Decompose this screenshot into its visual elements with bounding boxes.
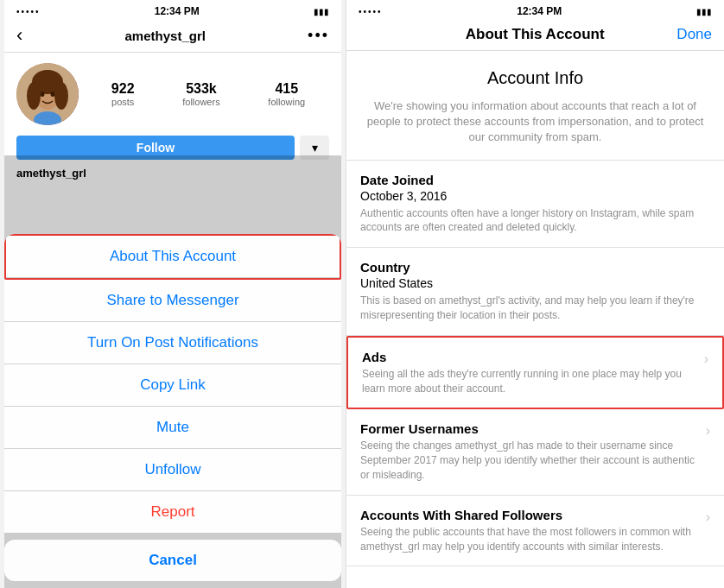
more-options-button[interactable]: ••• bbox=[308, 27, 329, 45]
ads-title: Ads bbox=[362, 350, 697, 364]
right-signal-dots: ••••• bbox=[359, 7, 383, 16]
date-joined-row: Date Joined October 3, 2016 Authentic ac… bbox=[346, 161, 724, 249]
done-button[interactable]: Done bbox=[676, 26, 712, 43]
posts-stat: 922 posts bbox=[111, 81, 135, 107]
account-info-section: Account Info We're showing you informati… bbox=[346, 51, 724, 161]
svg-point-6 bbox=[41, 92, 45, 97]
left-panel: ••••• 12:34 PM ▮▮▮ ‹ amethyst_grl ••• bbox=[0, 0, 346, 588]
profile-username-header: amethyst_grl bbox=[125, 28, 206, 43]
signal-dots: ••••• bbox=[16, 7, 41, 16]
former-usernames-content: Former Usernames Seeing the changes amet… bbox=[360, 421, 699, 482]
ads-row[interactable]: Ads Seeing all the ads they're currently… bbox=[346, 336, 724, 410]
action-copy-link[interactable]: Copy Link bbox=[4, 364, 341, 407]
action-mute[interactable]: Mute bbox=[4, 407, 341, 449]
date-joined-title: Date Joined bbox=[360, 173, 710, 187]
shared-followers-row[interactable]: Accounts With Shared Followers Seeing th… bbox=[346, 496, 724, 567]
account-info-title: Account Info bbox=[360, 68, 710, 88]
right-nav-title: About This Account bbox=[466, 26, 605, 43]
action-report[interactable]: Report bbox=[4, 491, 341, 533]
date-joined-desc: Authentic accounts often have a longer h… bbox=[360, 206, 710, 236]
action-turn-on-notifications[interactable]: Turn On Post Notifications bbox=[4, 322, 341, 364]
phone-frame: ••••• 12:34 PM ▮▮▮ ‹ amethyst_grl ••• bbox=[4, 0, 341, 588]
right-panel: ••••• 12:34 PM ▮▮▮ About This Account Do… bbox=[346, 0, 724, 588]
country-row: Country United States This is based on a… bbox=[346, 248, 724, 336]
former-usernames-title: Former Usernames bbox=[360, 421, 699, 436]
left-time: 12:34 PM bbox=[155, 5, 200, 17]
right-status-bar: ••••• 12:34 PM ▮▮▮ bbox=[346, 0, 724, 19]
avatar bbox=[16, 63, 79, 125]
country-title: Country bbox=[360, 260, 710, 275]
action-sheet: About This Account Share to Messenger Tu… bbox=[4, 234, 341, 588]
shared-followers-desc: Seeing the public accounts that have the… bbox=[360, 525, 699, 554]
former-usernames-desc: Seeing the changes amethyst_grl has made… bbox=[360, 439, 699, 482]
posts-label: posts bbox=[111, 97, 134, 107]
right-battery: ▮▮▮ bbox=[696, 7, 712, 16]
right-time: 12:34 PM bbox=[517, 5, 562, 17]
following-stat: 415 following bbox=[268, 81, 305, 107]
svg-point-7 bbox=[51, 92, 55, 97]
following-count: 415 bbox=[275, 81, 298, 97]
followers-label: followers bbox=[182, 97, 219, 107]
followers-stat: 533k followers bbox=[182, 81, 219, 107]
left-battery: ▮▮▮ bbox=[314, 7, 329, 16]
action-about-this-account[interactable]: About This Account bbox=[6, 236, 340, 278]
action-unfollow[interactable]: Unfollow bbox=[4, 449, 341, 491]
shared-followers-content: Accounts With Shared Followers Seeing th… bbox=[360, 508, 699, 554]
ads-desc: Seeing all the ads they're currently run… bbox=[362, 367, 697, 396]
posts-count: 922 bbox=[111, 81, 135, 97]
account-info-description: We're showing you information about acco… bbox=[360, 98, 710, 146]
back-button[interactable]: ‹ bbox=[16, 24, 22, 47]
profile-section: 922 posts 533k followers 415 following bbox=[4, 53, 341, 132]
followers-count: 533k bbox=[186, 81, 217, 97]
svg-point-5 bbox=[54, 82, 68, 110]
action-cancel[interactable]: Cancel bbox=[4, 540, 341, 581]
former-usernames-row[interactable]: Former Usernames Seeing the changes amet… bbox=[346, 409, 724, 495]
shared-followers-title: Accounts With Shared Followers bbox=[360, 508, 699, 522]
right-nav-bar: About This Account Done bbox=[346, 19, 724, 51]
ads-chevron-icon: › bbox=[704, 350, 708, 367]
about-highlight-wrapper: About This Account bbox=[4, 234, 341, 280]
shared-followers-chevron-icon: › bbox=[706, 508, 710, 525]
action-share-to-messenger[interactable]: Share to Messenger bbox=[4, 280, 341, 322]
following-label: following bbox=[268, 97, 305, 107]
country-desc: This is based on amethyst_grl's activity… bbox=[360, 294, 710, 323]
country-value: United States bbox=[360, 276, 710, 290]
former-usernames-chevron-icon: › bbox=[706, 421, 710, 439]
ads-row-content: Ads Seeing all the ads they're currently… bbox=[362, 350, 697, 396]
ig-header: ‹ amethyst_grl ••• bbox=[4, 19, 341, 53]
action-sheet-group: About This Account Share to Messenger Tu… bbox=[4, 234, 341, 533]
svg-point-4 bbox=[27, 82, 41, 110]
left-status-bar: ••••• 12:34 PM ▮▮▮ bbox=[4, 0, 341, 19]
date-joined-value: October 3, 2016 bbox=[360, 189, 710, 203]
profile-stats: 922 posts 533k followers 415 following bbox=[87, 81, 329, 107]
